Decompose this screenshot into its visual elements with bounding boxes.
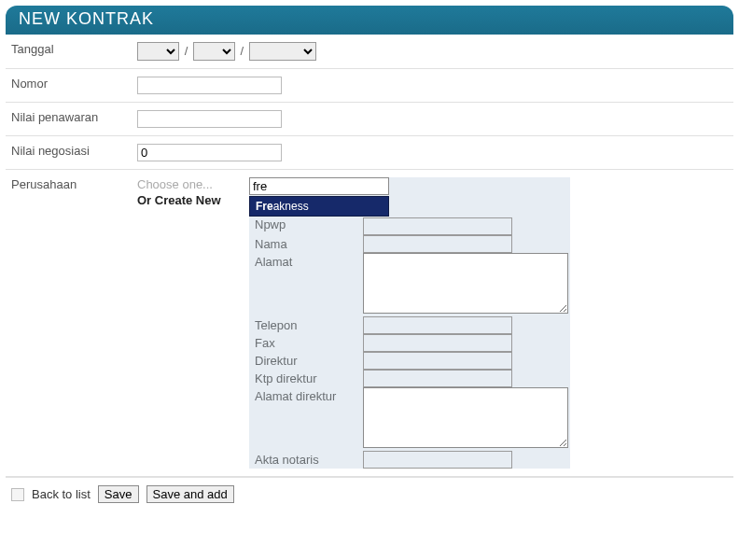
label-nilai-penawaran: Nilai penawaran	[6, 103, 132, 136]
tanggal-year-select[interactable]	[249, 42, 316, 61]
autocomplete-suggestion[interactable]: Freakness	[249, 196, 389, 217]
footer-bar: Back to list Save Save and add	[6, 477, 733, 512]
autocomplete-bold: Fre	[256, 200, 273, 213]
sublabel-akta-notaris: Akta notaris	[249, 451, 363, 469]
direktur-input[interactable]	[363, 352, 512, 370]
sublabel-alamat: Alamat	[249, 253, 363, 316]
sublabel-direktur: Direktur	[249, 352, 363, 370]
npwp-input[interactable]	[363, 217, 512, 235]
nomor-input[interactable]	[137, 77, 282, 94]
perusahaan-sub-table: Freakness Npwp Nama	[249, 177, 570, 469]
page-title: NEW KONTRAK	[6, 6, 733, 35]
nilai-penawaran-input[interactable]	[137, 110, 282, 128]
fax-input[interactable]	[363, 334, 512, 352]
save-button[interactable]: Save	[98, 485, 139, 503]
date-separator: /	[183, 44, 190, 58]
back-to-list-icon	[11, 488, 24, 501]
label-perusahaan: Perusahaan	[6, 170, 132, 477]
sublabel-alamat-direktur: Alamat direktur	[249, 387, 363, 451]
sublabel-telepon: Telepon	[249, 316, 363, 334]
akta-notaris-input[interactable]	[363, 451, 512, 469]
label-nilai-negosiasi: Nilai negosiasi	[6, 136, 132, 170]
nilai-negosiasi-input[interactable]	[137, 144, 282, 161]
tanggal-month-select[interactable]	[193, 42, 235, 61]
alamat-input[interactable]	[363, 253, 568, 314]
telepon-input[interactable]	[363, 316, 512, 334]
back-to-list-link[interactable]: Back to list	[32, 487, 91, 501]
form-table: Tanggal / / Nomor Nilai penawaran Nilai …	[6, 35, 733, 477]
or-create-new-text: Or Create New	[137, 193, 249, 207]
label-tanggal: Tanggal	[6, 35, 132, 69]
tanggal-day-select[interactable]	[137, 42, 179, 61]
sublabel-nama: Nama	[249, 235, 363, 253]
save-and-add-button[interactable]: Save and add	[146, 485, 234, 503]
sublabel-ktp-direktur: Ktp direktur	[249, 370, 363, 387]
perusahaan-search-input[interactable]	[249, 177, 389, 195]
ktp-direktur-input[interactable]	[363, 370, 512, 387]
autocomplete-rest: akness	[273, 200, 309, 213]
label-nomor: Nomor	[6, 69, 132, 103]
alamat-direktur-input[interactable]	[363, 387, 568, 448]
nama-input[interactable]	[363, 235, 512, 253]
sublabel-fax: Fax	[249, 334, 363, 352]
choose-one-text: Choose one...	[137, 177, 249, 191]
date-separator: /	[239, 44, 246, 58]
